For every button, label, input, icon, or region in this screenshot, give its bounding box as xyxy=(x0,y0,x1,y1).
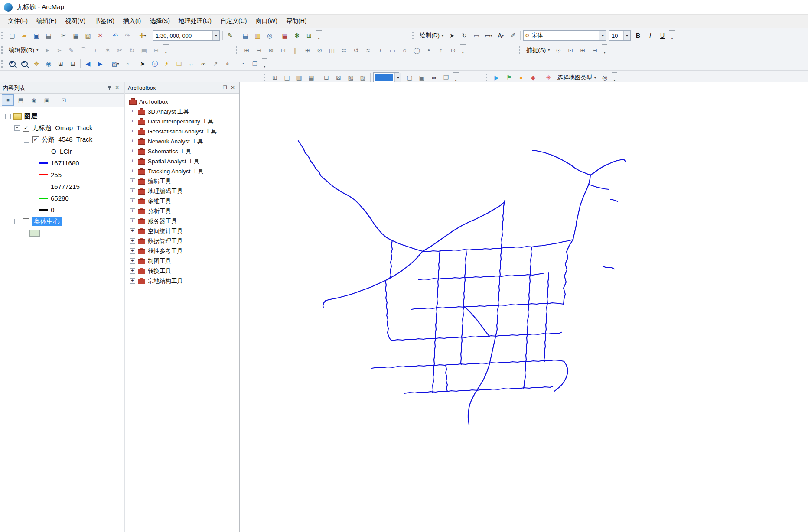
undo-icon[interactable]: ↶ xyxy=(110,30,121,41)
trim-tool-icon[interactable]: ⊡ xyxy=(277,45,289,56)
full-extent-icon[interactable]: ◉ xyxy=(43,58,54,69)
menu-item[interactable]: 自定义(C) xyxy=(216,16,251,27)
expand-icon[interactable] xyxy=(130,129,135,134)
arctoolbox-window-icon[interactable]: ▦ xyxy=(279,30,290,41)
plugin-toolbar-overflow[interactable]: ▾ xyxy=(453,72,459,84)
toolbox-item[interactable]: 分析工具 xyxy=(126,206,238,216)
bold-button[interactable]: B xyxy=(632,30,644,41)
play-icon[interactable]: ▶ xyxy=(491,72,502,83)
list-by-source-icon[interactable]: ▤ xyxy=(15,94,27,106)
add-data-icon[interactable]: ✚▾ xyxy=(137,30,148,41)
select-elements-icon[interactable]: ➤ xyxy=(446,30,458,41)
expand-icon[interactable] xyxy=(130,109,135,114)
close-icon[interactable]: ✕ xyxy=(229,84,237,92)
toolbox-item[interactable]: Schematics 工具 xyxy=(126,146,238,156)
legend-item[interactable]: 0 xyxy=(0,204,124,216)
expand-icon[interactable] xyxy=(130,159,135,164)
plugin-tool-icon[interactable]: ▢ xyxy=(404,72,415,83)
find-route-icon[interactable]: ➚ xyxy=(210,58,221,69)
map-target-icon[interactable]: ◎ xyxy=(599,72,610,83)
rotate-feature-icon[interactable]: ↺ xyxy=(350,45,362,56)
layer-visibility-checkbox[interactable] xyxy=(23,125,29,132)
attributes-icon[interactable]: ▤ xyxy=(138,45,150,56)
area-symbol-swatch[interactable] xyxy=(29,230,40,237)
expand-icon[interactable] xyxy=(130,208,135,214)
expand-icon[interactable] xyxy=(130,228,135,234)
toolbox-item[interactable]: Data Interoperability 工具 xyxy=(126,117,238,127)
menu-item[interactable]: 选择(S) xyxy=(145,16,174,27)
previous-extent-icon[interactable]: ◀ xyxy=(82,58,94,69)
go-to-xy-icon[interactable]: ⌖ xyxy=(222,58,233,69)
toolbox-item[interactable]: 地理编码工具 xyxy=(126,186,238,196)
rotate-tool-icon[interactable]: ↻ xyxy=(126,45,137,56)
zoom-out-icon[interactable] xyxy=(19,58,30,69)
toolbar-drag-handle[interactable] xyxy=(236,46,239,54)
expand-icon[interactable] xyxy=(130,178,135,184)
toolbox-item[interactable]: Tracking Analyst 工具 xyxy=(126,166,238,176)
toolbox-item[interactable]: 数据管理工具 xyxy=(126,236,238,246)
sketch-tool-icon[interactable]: ✎ xyxy=(65,45,77,56)
open-folder-icon[interactable]: ▰ xyxy=(19,30,30,41)
generalize-tool-icon[interactable]: ≀ xyxy=(375,45,386,56)
edit-vertices-icon[interactable]: ✐ xyxy=(507,30,518,41)
select-features-icon[interactable]: ▨▾ xyxy=(110,58,121,69)
toolbox-item[interactable]: 转换工具 xyxy=(126,266,238,276)
arc-tool-icon[interactable]: ⌒ xyxy=(78,45,89,56)
plugin-tool-icon[interactable]: ▨ xyxy=(357,72,368,83)
paste-icon[interactable]: ▧ xyxy=(82,30,94,41)
gradient-icon[interactable]: ◆ xyxy=(528,72,539,83)
editor-toolbar-overflow[interactable]: ▾ xyxy=(163,44,169,56)
plugin-tool-icon[interactable]: ▦ xyxy=(306,72,317,83)
italic-button[interactable]: I xyxy=(645,30,656,41)
clip-tool-icon[interactable]: ⊘ xyxy=(314,45,325,56)
plugin-tool-icon[interactable]: ⊞ xyxy=(269,72,280,83)
plugin-tool-icon[interactable]: ⊡ xyxy=(321,72,332,83)
menu-item[interactable]: 视图(V) xyxy=(61,16,90,27)
sketch-properties-icon[interactable]: ⊟ xyxy=(150,45,162,56)
toolbox-item[interactable]: 制图工具 xyxy=(126,256,238,266)
ellipse-tool-icon[interactable]: ◯ xyxy=(411,45,422,56)
copy-parallel-icon[interactable]: ∥ xyxy=(290,45,301,56)
close-icon[interactable]: ✕ xyxy=(113,84,121,92)
split-tool-icon[interactable]: ✂ xyxy=(114,45,125,56)
legend-item[interactable]: 16777215 xyxy=(0,181,124,192)
legend-item[interactable]: 16711680 xyxy=(0,157,124,169)
copy-icon[interactable]: ▦ xyxy=(70,30,81,41)
edit-annotation-icon[interactable]: ➢ xyxy=(53,45,65,56)
list-by-selection-icon[interactable]: ▣ xyxy=(41,94,53,106)
expand-icon[interactable] xyxy=(130,268,135,274)
flag-icon[interactable]: ⚑ xyxy=(503,72,515,83)
rotate-element-icon[interactable]: ↻ xyxy=(459,30,470,41)
chevron-down-icon[interactable]: ▾ xyxy=(212,31,219,40)
maptype-toolbar-overflow[interactable]: ▾ xyxy=(612,72,617,84)
font-size-combo[interactable]: 10▾ xyxy=(609,30,631,41)
toolbox-item[interactable]: Spatial Analyst 工具 xyxy=(126,156,238,166)
toolbox-item[interactable]: Geostatistical Analyst 工具 xyxy=(126,127,238,136)
expand-icon[interactable] xyxy=(130,258,135,264)
plugin-tool-icon[interactable]: ⊠ xyxy=(333,72,344,83)
align-tool-icon[interactable]: ≍ xyxy=(338,45,349,56)
snapping-menu[interactable]: 捕捉(S)▾ xyxy=(524,45,552,55)
catalog-window-icon[interactable]: ▥ xyxy=(252,30,263,41)
toc-window-icon[interactable]: ▤ xyxy=(240,30,251,41)
modelbuilder-window-icon[interactable]: ⊞ xyxy=(303,30,315,41)
toc-track-layer[interactable]: 公路_4548_Track xyxy=(0,134,124,146)
buffer-tool-icon[interactable]: ⊙ xyxy=(447,45,459,56)
trace-tool-icon[interactable]: ≀ xyxy=(90,45,101,56)
plugin-combo[interactable]: ▾ xyxy=(373,72,399,83)
merge-tool-icon[interactable]: ⊕ xyxy=(302,45,313,56)
toolbox-item[interactable]: 多维工具 xyxy=(126,196,238,206)
fixed-zoom-out-icon[interactable]: ⊟ xyxy=(67,58,78,69)
menu-item[interactable]: 地理处理(G) xyxy=(174,16,216,27)
rectangle-tool-icon[interactable]: ▭ xyxy=(387,45,398,56)
toolbar-drag-handle[interactable] xyxy=(486,74,489,81)
viewer-window-icon[interactable]: ❐ xyxy=(249,58,261,69)
expand-icon[interactable] xyxy=(130,188,135,194)
measure-icon[interactable]: ↔ xyxy=(186,58,197,69)
editor-menu[interactable]: 编辑器(R)▾ xyxy=(6,45,41,55)
plugin-tool-icon[interactable]: ◫ xyxy=(281,72,293,83)
stretch-tool-icon[interactable]: ↕ xyxy=(435,45,446,56)
save-icon[interactable]: ▣ xyxy=(31,30,42,41)
snapping-toolbar-overflow[interactable]: ▾ xyxy=(602,44,607,56)
list-by-visibility-icon[interactable]: ◉ xyxy=(28,94,40,106)
